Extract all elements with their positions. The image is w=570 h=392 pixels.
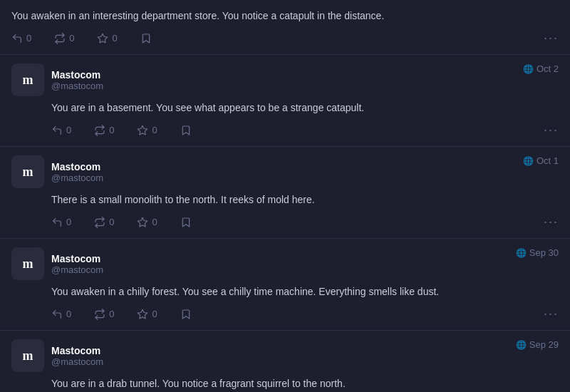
user-info: Mastocom @mastocom xyxy=(51,69,103,91)
reply-action[interactable]: 0 xyxy=(11,33,31,44)
post-actions: 0 0 0 xyxy=(51,123,559,138)
mastocom-logo: m xyxy=(17,345,38,366)
boost-icon xyxy=(54,33,66,44)
date-text: Oct 1 xyxy=(537,155,559,166)
more-action[interactable]: ··· xyxy=(544,31,559,46)
handle[interactable]: @mastocom xyxy=(51,356,103,367)
post-content: You awaken in an interesting department … xyxy=(11,9,559,24)
post-item: m Mastocom @mastocom 🌐 Sep 30 You awaken… xyxy=(0,239,570,331)
reply-icon xyxy=(51,217,63,228)
boost-action[interactable]: 0 xyxy=(94,217,114,228)
post-content: You are in a basement. You see what appe… xyxy=(51,100,559,115)
bookmark-icon xyxy=(140,33,152,44)
post-item: m Mastocom @mastocom 🌐 Oct 2 You are in … xyxy=(0,55,570,147)
bookmark-action[interactable] xyxy=(180,125,192,136)
more-action[interactable]: ··· xyxy=(544,123,559,138)
svg-marker-2 xyxy=(138,217,147,227)
boost-icon xyxy=(94,217,105,228)
reply-count: 0 xyxy=(66,125,71,135)
post-header-left: m Mastocom @mastocom xyxy=(11,155,103,188)
handle[interactable]: @mastocom xyxy=(51,81,103,91)
post-header: m Mastocom @mastocom 🌐 Oct 2 xyxy=(11,63,559,96)
date-text: Sep 29 xyxy=(529,339,559,350)
avatar[interactable]: m xyxy=(11,63,44,96)
reply-icon xyxy=(51,125,63,136)
reply-icon xyxy=(11,33,23,44)
user-info: Mastocom @mastocom xyxy=(51,253,103,275)
bookmark-icon xyxy=(180,309,192,320)
username[interactable]: Mastocom xyxy=(51,69,103,81)
bookmark-icon xyxy=(180,125,192,136)
user-info: Mastocom @mastocom xyxy=(51,345,103,367)
globe-icon: 🌐 xyxy=(516,340,527,350)
post-date: 🌐 Oct 1 xyxy=(523,155,559,166)
globe-icon: 🌐 xyxy=(523,64,534,74)
reply-icon xyxy=(51,309,63,320)
post-date: 🌐 Sep 30 xyxy=(516,247,559,258)
favorite-count: 0 xyxy=(152,125,157,135)
reply-action[interactable]: 0 xyxy=(51,217,71,228)
bookmark-icon xyxy=(180,217,192,228)
post-actions: 0 0 0 xyxy=(51,215,559,229)
more-action[interactable]: ··· xyxy=(544,215,559,229)
post-content: You awaken in a chilly forest. You see a… xyxy=(51,284,559,299)
boost-count: 0 xyxy=(69,33,74,43)
boost-action[interactable]: 0 xyxy=(94,125,114,136)
favorite-action[interactable]: 0 xyxy=(137,125,157,136)
username[interactable]: Mastocom xyxy=(51,161,103,172)
handle[interactable]: @mastocom xyxy=(51,172,103,183)
svg-marker-1 xyxy=(138,125,147,135)
reply-count: 0 xyxy=(66,217,71,227)
username[interactable]: Mastocom xyxy=(51,253,103,264)
boost-icon xyxy=(94,125,105,136)
date-text: Sep 30 xyxy=(529,247,559,258)
boost-action[interactable]: 0 xyxy=(54,33,74,44)
boost-action[interactable]: 0 xyxy=(94,309,114,320)
star-icon xyxy=(97,33,108,44)
favorite-count: 0 xyxy=(152,309,157,319)
post-header: m Mastocom @mastocom 🌐 Sep 29 xyxy=(11,339,559,372)
reply-action[interactable]: 0 xyxy=(51,309,71,320)
mastocom-logo: m xyxy=(17,161,38,182)
handle[interactable]: @mastocom xyxy=(51,264,103,275)
post-actions: 0 0 0 xyxy=(51,306,559,321)
bookmark-action[interactable] xyxy=(140,33,152,44)
favorite-count: 0 xyxy=(112,33,117,43)
favorite-action[interactable]: 0 xyxy=(137,217,157,228)
boost-count: 0 xyxy=(109,217,114,227)
star-icon xyxy=(137,309,148,320)
svg-marker-3 xyxy=(138,309,147,319)
post-header-left: m Mastocom @mastocom xyxy=(11,339,103,372)
date-text: Oct 2 xyxy=(537,63,559,74)
reply-count: 0 xyxy=(26,33,31,43)
reply-action[interactable]: 0 xyxy=(51,125,71,136)
more-action[interactable]: ··· xyxy=(544,306,559,321)
boost-count: 0 xyxy=(109,309,114,319)
post-header: m Mastocom @mastocom 🌐 Oct 1 xyxy=(11,155,559,188)
post-content: There is a small monolith to the north. … xyxy=(51,192,559,207)
post-header-left: m Mastocom @mastocom xyxy=(11,247,103,280)
favorite-action[interactable]: 0 xyxy=(137,309,157,320)
avatar[interactable]: m xyxy=(11,155,44,188)
boost-icon xyxy=(94,309,105,320)
globe-icon: 🌐 xyxy=(523,156,534,166)
avatar[interactable]: m xyxy=(11,247,44,280)
mastocom-logo: m xyxy=(17,253,38,274)
reply-count: 0 xyxy=(66,309,71,319)
star-icon xyxy=(137,125,148,136)
post-header: m Mastocom @mastocom 🌐 Sep 30 xyxy=(11,247,559,280)
bookmark-action[interactable] xyxy=(180,217,192,228)
bookmark-action[interactable] xyxy=(180,309,192,320)
favorite-action[interactable]: 0 xyxy=(97,33,117,44)
user-info: Mastocom @mastocom xyxy=(51,161,103,183)
post-content: You are in a drab tunnel. You notice a f… xyxy=(51,376,559,391)
post-item: m Mastocom @mastocom 🌐 Sep 29 You are in… xyxy=(0,331,570,392)
boost-count: 0 xyxy=(109,125,114,135)
post-header-left: m Mastocom @mastocom xyxy=(11,63,103,96)
post-date: 🌐 Sep 29 xyxy=(516,339,559,350)
username[interactable]: Mastocom xyxy=(51,345,103,356)
star-icon xyxy=(137,217,148,228)
post-actions: 0 0 0 xyxy=(11,31,559,46)
avatar[interactable]: m xyxy=(11,339,44,372)
mastocom-logo: m xyxy=(17,69,38,91)
